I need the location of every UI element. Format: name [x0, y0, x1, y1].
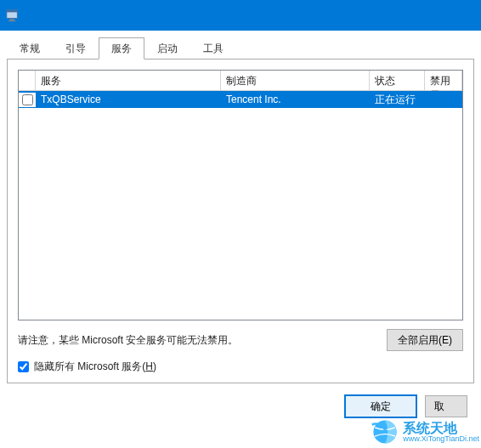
watermark-text-zh: 系统天地: [403, 422, 479, 435]
watermark: 系统天地 www.XiTongTianDi.net: [371, 417, 479, 446]
column-header-checkbox[interactable]: [19, 71, 36, 91]
row-checkbox-cell: [19, 93, 36, 107]
row-manufacturer: Tencent Inc.: [221, 92, 370, 107]
cancel-button[interactable]: 取: [425, 395, 467, 417]
tab-tools[interactable]: 工具: [190, 37, 236, 60]
row-disabled-date: [425, 98, 462, 101]
svg-point-4: [374, 420, 397, 443]
dialog-buttons: 确定 取: [7, 383, 474, 417]
tab-strip: 常规 引导 服务 启动 工具: [7, 37, 474, 60]
notice-row: 请注意，某些 Microsoft 安全服务可能无法禁用。 全部启用(E): [18, 329, 463, 351]
svg-rect-2: [9, 20, 14, 21]
services-list[interactable]: 服务 制造商 状态 禁用日 TxQBService Tencent Inc. 正…: [18, 70, 463, 320]
list-empty-area: [19, 108, 462, 320]
msconfig-icon: [5, 8, 20, 23]
enable-all-button[interactable]: 全部启用(E): [387, 329, 463, 351]
svg-rect-3: [8, 20, 16, 21]
column-header-service[interactable]: 服务: [36, 71, 221, 91]
tab-general[interactable]: 常规: [7, 37, 53, 60]
content-area: 常规 引导 服务 启动 工具 服务 制造商 状态 禁用日 TxQBService…: [0, 31, 481, 417]
ok-button[interactable]: 确定: [345, 395, 416, 417]
column-header-status[interactable]: 状态: [370, 71, 425, 91]
watermark-text: 系统天地 www.XiTongTianDi.net: [403, 422, 479, 443]
table-row[interactable]: TxQBService Tencent Inc. 正在运行: [19, 91, 462, 108]
row-status: 正在运行: [370, 91, 425, 109]
svg-rect-1: [7, 10, 18, 13]
row-service: TxQBService: [36, 92, 221, 107]
column-header-manufacturer[interactable]: 制造商: [221, 71, 370, 91]
svg-marker-5: [384, 428, 388, 431]
hide-ms-label[interactable]: 隐藏所有 Microsoft 服务(H): [34, 360, 156, 374]
column-header-disabled-date[interactable]: 禁用日: [425, 71, 462, 91]
row-checkbox[interactable]: [22, 94, 33, 105]
watermark-text-en: www.XiTongTianDi.net: [403, 435, 479, 443]
tab-boot[interactable]: 引导: [53, 37, 99, 60]
title-bar: [0, 0, 481, 31]
hide-ms-row: 隐藏所有 Microsoft 服务(H): [18, 360, 463, 374]
tab-services[interactable]: 服务: [99, 37, 144, 60]
notice-text: 请注意，某些 Microsoft 安全服务可能无法禁用。: [18, 333, 387, 348]
hide-ms-checkbox[interactable]: [18, 361, 29, 372]
list-header: 服务 制造商 状态 禁用日: [19, 71, 462, 91]
watermark-globe-icon: [371, 417, 399, 446]
services-panel: 服务 制造商 状态 禁用日 TxQBService Tencent Inc. 正…: [7, 59, 474, 383]
tab-startup[interactable]: 启动: [144, 37, 190, 60]
